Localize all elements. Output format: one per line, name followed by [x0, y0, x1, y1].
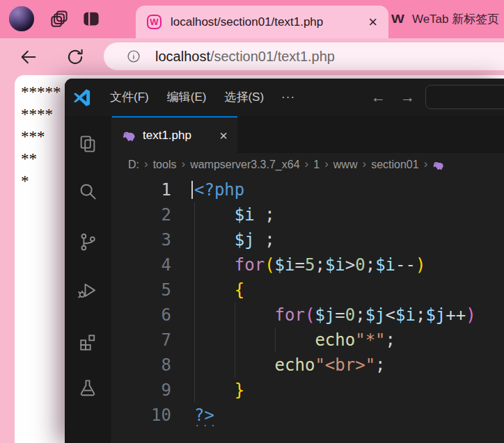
wamp-icon: W — [147, 15, 162, 29]
search-icon[interactable] — [77, 181, 98, 202]
code-line-content: echo"*"; — [171, 328, 504, 353]
back-arrow-icon[interactable] — [19, 47, 38, 67]
code-line: 7 echo"*"; — [112, 328, 504, 353]
code-token: $j — [315, 305, 335, 325]
extensions-icon[interactable] — [77, 332, 98, 353]
code-line-content: echo"<br>"; — [171, 353, 504, 378]
code-token: ; — [255, 230, 275, 250]
browser-nav-bar: localhost/section01/text1.php — [0, 38, 504, 75]
code-token: -- — [395, 255, 416, 275]
code-token: 5 — [305, 255, 315, 275]
indent-guide — [194, 227, 195, 252]
menu-item[interactable]: 编辑(E) — [158, 79, 216, 116]
chevron-right-icon: › — [181, 157, 185, 172]
code-token — [194, 380, 235, 400]
indent-guide — [275, 328, 276, 353]
chevron-right-icon: › — [305, 157, 309, 172]
breadcrumb-item[interactable]: wampserver3.3.7_x64 — [190, 159, 299, 171]
tab-close-icon[interactable]: × — [363, 15, 377, 30]
code-line-content: { — [171, 277, 504, 303]
code-token: $i — [235, 205, 255, 225]
code-token: 0 — [355, 255, 365, 275]
code-token: ) — [416, 255, 425, 275]
code-line: 9 } — [112, 378, 504, 403]
refresh-icon[interactable] — [65, 47, 85, 67]
indent-guide — [194, 328, 195, 353]
editor-tab-text1-php[interactable]: text1.php × — [112, 116, 237, 153]
editor-tab-close-icon[interactable]: × — [219, 129, 228, 143]
profile-avatar[interactable] — [9, 6, 34, 31]
code-line: 3 $j ; — [112, 227, 504, 252]
menu-item[interactable]: 选择(S) — [215, 79, 273, 116]
code-lines[interactable]: 1<?php2 $i ;3 $j ;4 for($i=5;$i>0;$i--)5… — [112, 177, 504, 430]
code-token: ; — [255, 205, 275, 225]
code-token: for — [235, 255, 265, 275]
activity-bar — [65, 116, 112, 443]
line-number: 2 — [112, 202, 171, 227]
line-number: 3 — [112, 227, 171, 252]
breadcrumb-item[interactable]: section01 — [371, 159, 419, 171]
vscode-logo-icon — [72, 88, 91, 107]
code-token: ( — [265, 255, 274, 275]
code-token: { — [235, 280, 244, 300]
code-token — [194, 330, 315, 350]
run-debug-icon[interactable] — [77, 280, 98, 301]
code-line-content: $j ; — [171, 227, 504, 252]
browser-tab-wetab[interactable]: W WeTab 新标签页 — [391, 0, 504, 38]
indent-guide — [194, 252, 195, 277]
vscode-menu-bar: 文件(F)编辑(E)选择(S) — [101, 79, 273, 116]
code-token — [194, 230, 235, 250]
explorer-icon[interactable] — [77, 134, 98, 154]
code-token — [194, 255, 235, 275]
menu-more-icon[interactable]: ··· — [273, 90, 304, 104]
php-elephant-icon — [432, 159, 444, 171]
editor-forward-icon[interactable]: → — [400, 79, 415, 116]
code-token: ) — [466, 305, 475, 325]
editor-tab-label: text1.php — [143, 129, 191, 143]
code-line-content: <?php — [171, 177, 504, 202]
php-elephant-icon — [122, 129, 136, 143]
editor-back-icon[interactable]: ← — [371, 79, 386, 116]
breadcrumb-item[interactable]: www — [333, 159, 358, 171]
code-line: 8 echo"<br>"; — [112, 353, 504, 378]
code-line: 6 for($j=0;$j<$i;$j++) — [112, 303, 504, 328]
breadcrumb-item[interactable]: D: — [128, 159, 139, 171]
source-control-icon[interactable] — [77, 232, 98, 252]
code-line-content: } — [171, 378, 504, 403]
code-token: } — [235, 380, 244, 400]
indent-guide — [194, 303, 195, 328]
code-line-content: ?> — [171, 403, 504, 428]
breadcrumb-item[interactable]: 1 — [313, 159, 320, 171]
command-center-search[interactable] — [425, 85, 504, 109]
code-token: = — [295, 255, 305, 275]
vscode-window: 文件(F)编辑(E)选择(S) ··· ← → text1.php × D:›t… — [65, 79, 504, 443]
code-line-content: for($i=5;$i>0;$i--) — [171, 252, 504, 277]
code-line: 2 $i ; — [112, 202, 504, 227]
code-token: 0 — [345, 305, 355, 325]
address-bar[interactable]: localhost/section01/text1.php — [104, 42, 504, 70]
chevron-right-icon: › — [424, 157, 428, 172]
browser-tab-bar: W localhost/section01/text1.php × W WeTa… — [0, 0, 504, 38]
code-token: $j — [235, 230, 255, 250]
code-token: $i — [325, 255, 345, 275]
workspaces-icon[interactable] — [49, 8, 70, 29]
browser-tab-active[interactable]: W localhost/section01/text1.php × — [136, 6, 388, 38]
line-number: 5 — [112, 277, 171, 303]
code-line-content: for($j=0;$j<$i;$j++) — [171, 303, 504, 328]
editor-tab-strip: text1.php × — [112, 116, 504, 153]
url-host: localhost — [155, 49, 210, 64]
indent-guide — [194, 277, 195, 303]
menu-item[interactable]: 文件(F) — [101, 79, 158, 116]
code-token — [194, 205, 235, 225]
info-icon[interactable] — [126, 49, 141, 64]
vertical-tabs-icon[interactable] — [81, 8, 102, 29]
chevron-right-icon: › — [362, 157, 366, 172]
line-number: 9 — [112, 378, 171, 403]
testing-icon[interactable] — [77, 378, 98, 398]
code-line: 1<?php — [112, 177, 504, 202]
breadcrumb-item[interactable]: tools — [153, 159, 177, 171]
vscode-title-bar: 文件(F)编辑(E)选择(S) ··· ← → — [65, 79, 504, 116]
editor-group[interactable]: text1.php × D:›tools›wampserver3.3.7_x64… — [112, 116, 504, 443]
line-number: 1 — [112, 177, 171, 202]
browser-tab-title: localhost/section01/text1.php — [162, 15, 363, 29]
